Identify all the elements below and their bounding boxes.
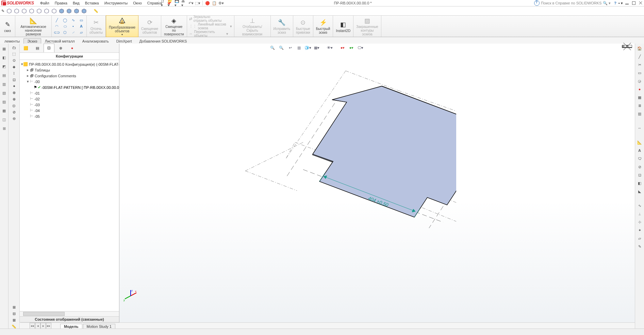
r-line-icon[interactable]: ╱ <box>636 53 643 60</box>
r-scene-icon[interactable]: ● <box>636 86 643 93</box>
new-doc-icon[interactable]: 🗋▾ <box>161 0 166 6</box>
r-ref-icon[interactable]: ⟂ <box>636 210 643 217</box>
gutter1-icon[interactable]: ⊞ <box>1 125 7 131</box>
section-view-icon[interactable]: ▥ <box>296 44 302 51</box>
menu-file[interactable]: Файл <box>37 0 52 6</box>
tree-root[interactable]: ПР-RB.00XX.00.00.0 Конфигурация(и) (-00S… <box>29 62 119 66</box>
gutter1-icon[interactable]: ▨ <box>1 99 7 105</box>
sweep-icon[interactable] <box>21 9 27 13</box>
gutter2-icon[interactable]: 🗀 <box>12 46 16 50</box>
tree-cfg-04[interactable]: -04 <box>34 109 40 113</box>
r-sketch2-icon[interactable]: ✎ <box>636 243 643 250</box>
window-close-icon[interactable] <box>638 1 643 5</box>
point-icon[interactable]: • <box>70 23 76 29</box>
gutter2-icon[interactable]: ⊙ <box>13 58 16 63</box>
cut-extrude-icon[interactable] <box>44 9 49 13</box>
r-dim-icon[interactable]: ↔ <box>636 125 643 131</box>
ribbon-auto-dimension[interactable]: 📐 Автоматическое нанесение размеров <box>15 16 52 37</box>
slot-icon[interactable]: ⊂⊃ <box>54 29 60 35</box>
r-fillet-icon[interactable]: ◶ <box>636 78 643 84</box>
r-curve-icon[interactable]: ∿ <box>636 202 643 209</box>
tab-addins[interactable]: Добавления SOLIDWORKS <box>136 38 191 44</box>
ribbon-rapid-sketch[interactable]: ⚡ Быстрый эскиз <box>313 16 333 37</box>
gutter2-icon[interactable]: ⊡ <box>13 78 16 82</box>
measure-icon[interactable]: 📏 <box>94 9 98 13</box>
r-gd-icon[interactable]: ⊡ <box>636 172 643 178</box>
rebuild-icon[interactable]: 🔴 <box>205 0 210 6</box>
gutter2-icon[interactable]: ◎ <box>12 103 16 108</box>
tree-tab-config[interactable]: ⚃ <box>44 44 54 52</box>
gutter2-icon[interactable]: ⊞ <box>13 305 16 309</box>
r-weld-icon[interactable]: ◣ <box>636 188 643 195</box>
gutter2-icon[interactable]: ⊘ <box>13 110 16 114</box>
open-doc-icon[interactable]: 📂▾ <box>168 0 173 6</box>
tree-cfg-03[interactable]: -03 <box>34 103 40 107</box>
spline-icon[interactable]: ∿ <box>70 17 76 23</box>
window-minimize-icon[interactable] <box>625 1 629 5</box>
prev-view-icon[interactable]: ↩ <box>287 44 294 51</box>
menu-insert[interactable]: Вставка <box>82 0 102 6</box>
r-trim-icon[interactable]: ✂ <box>636 61 643 68</box>
shell-icon[interactable] <box>81 9 87 13</box>
menu-view[interactable]: Вид <box>70 0 82 6</box>
tree-cfg-01[interactable]: -01 <box>34 91 40 95</box>
r-plane-icon[interactable]: ▱ <box>636 235 643 242</box>
circle-icon[interactable]: ◯ <box>62 17 68 23</box>
gutter2-icon[interactable]: ⊕ <box>13 97 16 101</box>
tab-sheetmetal[interactable]: Листовой металл <box>41 38 79 44</box>
menu-window[interactable]: Окно <box>130 0 145 6</box>
gutter2-icon[interactable]: ⟟ <box>13 71 15 76</box>
save-icon[interactable]: 💾▾ <box>175 0 180 6</box>
revolve-icon[interactable] <box>14 9 19 13</box>
gutter1-icon[interactable]: ▥ <box>1 81 7 87</box>
tree-cfg-05[interactable]: -05 <box>34 114 40 118</box>
r-panel-icon[interactable]: ▥ <box>636 110 643 117</box>
scene-icon[interactable]: ●▾ <box>348 44 355 51</box>
r-hole-icon[interactable]: ⊘ <box>636 163 643 170</box>
gutter2-icon[interactable]: ⊠ <box>13 318 16 322</box>
r-text-icon[interactable]: A <box>636 147 643 154</box>
appearance-icon[interactable]: ●▾ <box>339 44 346 51</box>
home-icon[interactable]: 🏠 <box>636 45 643 52</box>
r-axis-icon[interactable]: ⊹ <box>636 219 643 225</box>
print-icon[interactable]: 🖶▾ <box>181 0 187 6</box>
gutter1-icon[interactable]: ◧ <box>1 54 7 61</box>
r-coord-icon[interactable]: ✦ <box>636 227 643 234</box>
centerline-icon[interactable]: ⟋ <box>70 29 76 35</box>
line-icon[interactable]: ╱ <box>54 17 60 23</box>
tab-analyze[interactable]: Анализировать <box>79 38 113 44</box>
tree-h-scrollbar[interactable] <box>20 311 119 316</box>
fillet-icon[interactable] <box>59 9 64 13</box>
gutter1-icon[interactable]: ▤ <box>1 72 7 78</box>
zoom-fit-icon[interactable]: 🔍 <box>269 44 276 51</box>
r-list-icon[interactable]: ≣ <box>636 102 643 109</box>
model-viewport[interactable]: 🔍 🔍 ↩ ▥ 🧊▾ ▦▾ 👁▾ ●▾ ●▾ 🖵▾ ⊞ ⧉ <box>119 44 635 329</box>
view-orient-icon[interactable]: 🧊▾ <box>304 44 311 51</box>
gutter2-icon[interactable]: ⊟ <box>13 312 16 316</box>
plane-icon[interactable]: ▱ <box>78 29 84 35</box>
cut-revolve-icon[interactable] <box>51 9 57 13</box>
help-button[interactable]: ? <box>614 1 616 5</box>
view-triad[interactable]: x y z <box>123 289 138 303</box>
settings-icon[interactable]: ⚙▾ <box>218 0 224 6</box>
tree-tab-appearance[interactable]: ● <box>67 44 78 52</box>
extrude-icon[interactable] <box>6 9 12 13</box>
gutter1-icon[interactable]: ◩ <box>1 63 7 69</box>
tree-tab-dim[interactable]: ⊕ <box>55 44 66 52</box>
r-balloon-icon[interactable]: 🗨 <box>636 155 643 162</box>
help-search[interactable]: Поиск в Справке по SOLIDWORKS 🔍 ▾ <box>534 0 611 6</box>
tab-nav[interactable]: ◂◂◂▸▸▸ <box>30 323 51 329</box>
ellipse-icon[interactable]: ⬭ <box>62 23 68 29</box>
r-datum-icon[interactable]: ◧ <box>636 180 643 187</box>
tree-tables[interactable]: Таблицы <box>35 68 50 72</box>
tree-cfg-02[interactable]: -02 <box>34 97 40 101</box>
rib-icon[interactable] <box>74 9 79 13</box>
r-smart-icon[interactable]: 📐 <box>636 139 643 146</box>
ribbon-offset-on-surface[interactable]: ◈ Смещение по поверхности <box>161 16 187 37</box>
bottom-tab-motion[interactable]: Motion Study 1 <box>83 324 115 329</box>
tree-comments[interactable]: Configuration Comments <box>35 74 76 78</box>
arc-icon[interactable]: ◠ <box>54 23 60 29</box>
boundary-icon[interactable] <box>36 9 42 13</box>
gutter1-icon[interactable]: ▧ <box>1 90 7 96</box>
ribbon-sketch[interactable]: ✎ скиз <box>0 16 15 37</box>
